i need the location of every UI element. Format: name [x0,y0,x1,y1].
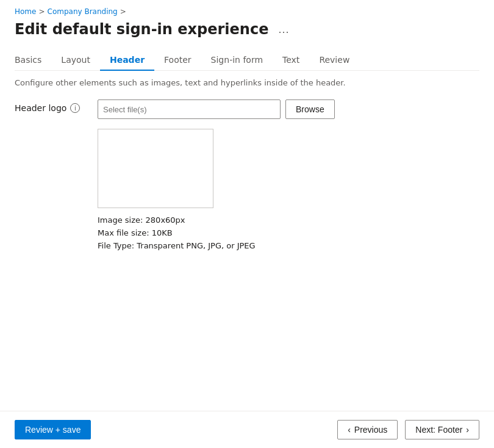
tab-layout[interactable]: Layout [51,50,100,71]
next-label: Next: Footer [415,425,462,435]
tab-footer[interactable]: Footer [154,50,201,71]
tab-review[interactable]: Review [309,50,359,71]
previous-button[interactable]: ‹ Previous [337,420,398,439]
browse-button[interactable]: Browse [285,99,335,119]
previous-arrow-icon: ‹ [348,425,351,435]
next-arrow-icon: › [466,425,469,435]
image-placeholder [98,129,213,208]
max-file-size-text: Max file size: 10KB [98,227,479,240]
breadcrumb-company-branding[interactable]: Company Branding [48,7,118,16]
review-save-button[interactable]: Review + save [15,420,91,439]
info-icon[interactable]: i [70,103,80,113]
header-logo-row: Header logo i Browse [15,99,479,119]
tab-header[interactable]: Header [100,50,154,71]
breadcrumb: Home > Company Branding > [15,7,479,16]
breadcrumb-sep2: > [120,7,126,16]
tab-signin-form[interactable]: Sign-in form [201,50,273,71]
ellipsis-button[interactable]: ... [274,22,293,37]
file-input-group: Browse [98,99,335,119]
footer-bar: Review + save ‹ Previous Next: Footer › [0,411,494,448]
image-specs: Image size: 280x60px Max file size: 10KB… [98,214,479,252]
header-logo-label-text: Header logo [15,103,66,113]
breadcrumb-sep1: > [38,7,45,16]
header-logo-label: Header logo i [15,99,88,113]
previous-label: Previous [354,425,387,435]
tab-text[interactable]: Text [273,50,309,71]
file-type-text: File Type: Transparent PNG, JPG, or JPEG [98,240,479,253]
page-title: Edit default sign-in experience [15,21,268,38]
next-button[interactable]: Next: Footer › [405,420,479,439]
page-title-row: Edit default sign-in experience ... [15,21,479,38]
tab-description: Configure other elements such as images,… [15,78,479,87]
file-input[interactable] [98,99,281,119]
image-preview-area: Image size: 280x60px Max file size: 10KB… [98,129,479,252]
tab-basics[interactable]: Basics [15,50,51,71]
image-size-text: Image size: 280x60px [98,214,479,227]
breadcrumb-home[interactable]: Home [15,7,36,16]
tabs-bar: Basics Layout Header Footer Sign-in form… [15,50,479,71]
